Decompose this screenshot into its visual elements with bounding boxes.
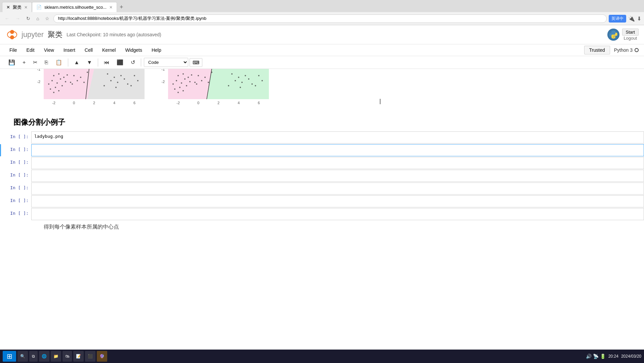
section-heading: 图像分割小例子 bbox=[0, 114, 644, 131]
svg-point-16 bbox=[62, 85, 63, 86]
svg-text:-2: -2 bbox=[176, 101, 180, 105]
start-menu-button[interactable]: ⊞ bbox=[3, 351, 16, 362]
menu-view[interactable]: View bbox=[40, 46, 58, 54]
svg-text:-1: -1 bbox=[161, 69, 165, 71]
tab-sklearn[interactable]: 📄 sklearn.metrics.silhouette_sco... ✕ bbox=[32, 2, 117, 12]
svg-point-57 bbox=[172, 83, 174, 85]
svg-point-76 bbox=[241, 82, 243, 83]
address-bar[interactable] bbox=[53, 14, 607, 23]
menu-kernel[interactable]: Kernel bbox=[98, 46, 120, 54]
svg-marker-50 bbox=[207, 69, 269, 99]
browser-controls: ← → ↻ ⌂ ☆ 英译中 🔌 ⬇ bbox=[0, 12, 644, 25]
back-button[interactable]: ← bbox=[3, 15, 11, 22]
menu-insert[interactable]: Insert bbox=[59, 46, 79, 54]
menu-help[interactable]: Help bbox=[148, 46, 165, 54]
cell-type-select[interactable]: Code Markdown Raw NBConvert bbox=[144, 58, 188, 67]
svg-point-20 bbox=[72, 83, 73, 85]
svg-point-63 bbox=[198, 75, 199, 76]
cell-content-3[interactable] bbox=[31, 170, 644, 182]
menu-edit[interactable]: Edit bbox=[23, 46, 39, 54]
move-down-button[interactable]: ▼ bbox=[84, 58, 95, 67]
tab-icon-1: ✕ bbox=[6, 5, 10, 10]
bottom-text: 得到每个像素样本所属的中心点 bbox=[0, 221, 644, 233]
svg-text:4: 4 bbox=[238, 101, 240, 105]
header-right: Start Logout bbox=[607, 29, 639, 41]
taskbar: ⊞ 🔍 ⧉ 🌐 📁 🛍 📝 ⬛ 🔮 🔊 📡 🔋 20:24 2024/03/20 bbox=[0, 350, 644, 363]
svg-point-7 bbox=[58, 73, 59, 75]
svg-point-13 bbox=[56, 82, 58, 84]
run-prev-button[interactable]: ⏮ bbox=[101, 58, 112, 67]
svg-point-35 bbox=[127, 83, 128, 85]
cell-content-2[interactable] bbox=[31, 157, 644, 169]
svg-point-15 bbox=[55, 87, 56, 88]
svg-text:-2: -2 bbox=[161, 80, 165, 84]
taskbar-search[interactable]: 🔍 bbox=[17, 351, 28, 362]
cell-content-1[interactable] bbox=[31, 144, 644, 156]
menu-cell[interactable]: Cell bbox=[81, 46, 97, 54]
cell-prompt-3: In [ ]: bbox=[1, 170, 31, 182]
cell-content-5[interactable] bbox=[31, 195, 644, 207]
tab-clustering[interactable]: ✕ 聚类 ✕ bbox=[2, 2, 32, 12]
menu-bar: File Edit View Insert Cell Kernel Widget… bbox=[0, 44, 644, 56]
bookmark-button[interactable]: ☆ bbox=[43, 15, 51, 22]
taskbar-file-explorer[interactable]: 📁 bbox=[51, 351, 61, 362]
trusted-button[interactable]: Trusted bbox=[584, 46, 610, 54]
cell-content-4[interactable] bbox=[31, 183, 644, 195]
svg-point-53 bbox=[188, 77, 189, 78]
menu-widgets[interactable]: Widgets bbox=[121, 46, 146, 54]
copy-cell-button[interactable]: ⎘ bbox=[42, 58, 51, 67]
charts-area: -1 -2 -2 0 2 4 6 x₁ bbox=[0, 69, 644, 114]
svg-point-74 bbox=[245, 75, 246, 76]
logout-button[interactable]: Logout bbox=[622, 36, 639, 41]
interrupt-button[interactable]: ⬛ bbox=[114, 57, 126, 67]
cut-cell-button[interactable]: ✂ bbox=[30, 57, 40, 67]
tab-close-2[interactable]: ✕ bbox=[109, 5, 113, 10]
jupyter-logo-icon bbox=[5, 28, 19, 41]
svg-text:-1: -1 bbox=[37, 69, 40, 71]
svg-text:x₁: x₁ bbox=[212, 105, 215, 106]
svg-point-24 bbox=[50, 88, 51, 90]
checkpoint-text: Last Checkpoint: 10 minutes ago (autosav… bbox=[67, 32, 161, 37]
tab-close-1[interactable]: ✕ bbox=[24, 5, 28, 10]
svg-point-65 bbox=[196, 83, 197, 85]
svg-point-28 bbox=[114, 77, 115, 78]
taskbar-vscode[interactable]: 📝 bbox=[73, 351, 84, 362]
kernel-name: Python 3 bbox=[614, 47, 633, 53]
svg-point-9 bbox=[51, 80, 53, 81]
start-button[interactable]: Start bbox=[622, 29, 639, 36]
taskbar-edge[interactable]: 🌐 bbox=[39, 351, 49, 362]
svg-point-32 bbox=[124, 78, 125, 80]
paste-cell-button[interactable]: 📋 bbox=[52, 57, 65, 67]
restart-button[interactable]: ↺ bbox=[128, 57, 138, 67]
svg-marker-5 bbox=[87, 69, 145, 99]
keyboard-shortcuts-button[interactable]: ⌨ bbox=[190, 58, 202, 67]
svg-point-38 bbox=[130, 85, 132, 86]
cell-content-0[interactable]: ladybug.png bbox=[31, 131, 644, 144]
forward-button[interactable]: → bbox=[13, 15, 22, 22]
svg-point-10 bbox=[60, 78, 61, 80]
insert-cell-button[interactable]: + bbox=[19, 58, 29, 67]
svg-point-36 bbox=[134, 75, 135, 76]
chart-right-svg: -1 -2 -2 0 2 4 6 x₁ bbox=[158, 69, 269, 106]
svg-point-69 bbox=[174, 88, 175, 90]
new-tab-button[interactable]: + bbox=[117, 4, 126, 11]
chart-left: -1 -2 -2 0 2 4 6 x₁ bbox=[34, 69, 145, 107]
cell-content-6[interactable] bbox=[31, 208, 644, 220]
svg-point-66 bbox=[204, 77, 206, 78]
move-up-button[interactable]: ▲ bbox=[71, 58, 82, 67]
tab-label-2: sklearn.metrics.silhouette_sco... bbox=[44, 5, 107, 10]
translate-button[interactable]: 英译中 bbox=[609, 15, 626, 23]
taskbar-terminal[interactable]: ⬛ bbox=[85, 351, 95, 362]
taskbar-jupyter[interactable]: 🔮 bbox=[97, 351, 107, 362]
menu-file[interactable]: File bbox=[5, 46, 21, 54]
svg-text:6: 6 bbox=[133, 101, 135, 105]
svg-point-80 bbox=[251, 83, 253, 85]
taskbar-store[interactable]: 🛍 bbox=[63, 351, 72, 362]
taskbar-task-view[interactable]: ⧉ bbox=[29, 351, 38, 362]
svg-point-77 bbox=[248, 78, 249, 80]
tab-icon-2: 📄 bbox=[36, 5, 42, 10]
refresh-button[interactable]: ↻ bbox=[24, 15, 32, 22]
save-button[interactable]: 💾 bbox=[5, 57, 18, 67]
svg-point-34 bbox=[115, 87, 117, 88]
home-button[interactable]: ⌂ bbox=[34, 15, 41, 22]
